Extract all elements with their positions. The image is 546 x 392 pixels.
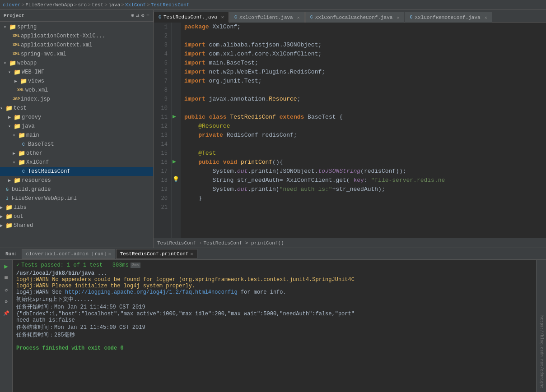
breadcrumb-clover[interactable]: clover <box>3 2 21 8</box>
label-shared: Shared <box>14 222 33 229</box>
tab-close-3[interactable]: ✕ <box>485 15 487 20</box>
run-pin-icon[interactable]: 📌 <box>2 309 11 318</box>
label-main: main <box>26 132 39 138</box>
run-output[interactable]: ✓ Tests passed: 1 of 1 test — 303ms 3ms … <box>13 260 536 392</box>
tree-item-indexjsp[interactable]: JSP index.jsp <box>0 95 153 104</box>
run-play-btn[interactable]: ▶ <box>2 262 11 271</box>
tab-java-icon-3: C <box>410 15 412 20</box>
tree-item-webinf[interactable]: ▾ 📁 WEB-INF <box>0 68 153 77</box>
code-line-13: private RedisConf redisConf; <box>184 131 542 140</box>
output-line-exit: Process finished with exit code 0 <box>16 345 532 351</box>
label-resources: resources <box>22 177 51 184</box>
tab-label-2: XxlConfLocalCacheConf.java <box>315 15 393 20</box>
label-buildgradle: build.gradle <box>12 186 51 193</box>
arrow-shared: ▶ <box>0 223 5 228</box>
folder-icon-out: 📁 <box>5 213 13 220</box>
breadcrumb-test[interactable]: test <box>92 2 103 8</box>
log4j-link[interactable]: http://logging.apache.org/log4j/1.2/faq.… <box>65 289 238 295</box>
tree-item-testredisconf[interactable]: C TestRedisConf <box>0 167 153 176</box>
breadcrumb-testredisconf[interactable]: TestRedisConf <box>151 2 190 8</box>
tree-item-webapp[interactable]: ▾ 📁 webapp <box>0 59 153 68</box>
java-icon-testredisconf: C <box>20 168 27 175</box>
code-line-20: } <box>184 194 542 203</box>
label-indexjsp: index.jsp <box>21 96 50 102</box>
tab-xxlconfremote[interactable]: C XxlConfRemoteConf.java ✕ <box>405 12 492 23</box>
output-line-spring: 初始化spring上下文中...... <box>16 295 532 303</box>
tree-item-other[interactable]: ▶ 📁 other <box>0 149 153 158</box>
run-rerun-btn[interactable]: ↺ <box>2 285 11 294</box>
sidebar-minimize-icon[interactable]: − <box>146 12 149 19</box>
tree-item-webxml[interactable]: XML web.xml <box>0 86 153 95</box>
output-line-blank <box>16 339 532 345</box>
code-content[interactable]: package XxlConf; import com.alibaba.fast… <box>181 23 546 238</box>
arrow-spring: ▾ <box>4 24 9 30</box>
breadcrumb-xxlconf[interactable]: XxlConf <box>125 2 146 8</box>
code-line-19: System.out.println("need auth is:"+str_n… <box>184 185 542 194</box>
tab-testredisconf[interactable]: C TestRedisConf.java ✕ <box>154 12 229 23</box>
tree-item-main[interactable]: ▾ 📁 main <box>0 131 153 140</box>
sidebar-sync-icon[interactable]: ⇄ <box>136 12 139 19</box>
tree-item-basetest[interactable]: C BaseTest <box>0 140 153 149</box>
code-line-18: String str_needAuth= XxlConfClient.get( … <box>184 176 542 185</box>
status-testredisconf: TestRedisConf <box>157 240 196 246</box>
label-views: views <box>28 78 44 84</box>
code-line-6: import net.w2p.WebExt.Plugins.RedisConf; <box>184 68 542 77</box>
folder-icon-other: 📁 <box>18 150 25 157</box>
run-tab-testredis[interactable]: TestRedisConf.printConf ✕ <box>116 249 197 259</box>
code-line-7: import org.junit.Test; <box>184 77 542 86</box>
run-status-line: ✓ Tests passed: 1 of 1 test — 303ms 3ms <box>16 262 532 268</box>
tree-item-fileserveriml[interactable]: I FileServerWebApp.iml <box>0 194 153 203</box>
tab-close-0[interactable]: ✕ <box>221 14 224 20</box>
gutter: ▶ ▶ 💡 <box>172 23 181 238</box>
run-tab-testredis-close[interactable]: ✕ <box>191 251 193 257</box>
tree-item-appctx[interactable]: XML applicationContext.xml <box>0 41 153 50</box>
tree-item-groovy[interactable]: ▶ 📁 groovy <box>0 113 153 122</box>
tree-item-test[interactable]: ▾ 📁 test <box>0 104 153 113</box>
run-content: ▶ ■ ↺ ⚙ 📌 ✓ Tests passed: 1 of 1 test — … <box>0 260 546 392</box>
checkmark-icon: ✓ <box>16 262 19 268</box>
folder-icon-xxlconf: 📁 <box>18 159 25 166</box>
timing-badge: 3ms <box>131 263 140 268</box>
tab-xxlconfclient[interactable]: C XxlConfClient.java ✕ <box>229 12 305 23</box>
gutter-warn-18: 💡 <box>173 176 179 183</box>
run-settings-icon[interactable]: ⚙ <box>2 297 11 306</box>
tree-item-out[interactable]: ▶ 📁 out <box>0 212 153 221</box>
gutter-run-16[interactable]: ▶ <box>173 158 176 165</box>
tree-item-buildgradle[interactable]: G build.gradle <box>0 185 153 194</box>
breadcrumb-src[interactable]: src <box>78 2 87 8</box>
tab-close-2[interactable]: ✕ <box>397 15 399 20</box>
run-right-sidebar: https://blog.csdn.net/cdnnight <box>536 260 546 392</box>
run-tab-clover[interactable]: clover:xxl-conf-admin [run] ✕ <box>22 249 115 259</box>
run-stop-btn[interactable]: ■ <box>2 273 11 282</box>
breadcrumb-java[interactable]: java <box>108 2 120 8</box>
tab-xxlconflocalcache[interactable]: C XxlConfLocalCacheConf.java ✕ <box>305 12 405 23</box>
tree-item-resources[interactable]: ▶ 📁 resources <box>0 176 153 185</box>
breadcrumb-fileserver[interactable]: FileServerWebApp <box>25 2 73 8</box>
tree-item-appctxXxl[interactable]: XML applicationContext-XxlC... <box>0 32 153 41</box>
tree-item-springmvc[interactable]: XML spring-mvc.xml <box>0 50 153 59</box>
label-fileserveriml: FileServerWebApp.iml <box>12 195 77 202</box>
run-tab-clover-close[interactable]: ✕ <box>108 251 111 257</box>
tree-item-libs[interactable]: ▶ 📁 libs <box>0 203 153 212</box>
arrow-groovy: ▶ <box>8 115 14 120</box>
output-line-needauth: need auth is:false <box>16 317 532 323</box>
tree-item-xxlconf[interactable]: ▾ 📁 XxlConf <box>0 158 153 167</box>
gutter-run-11[interactable]: ▶ <box>173 113 176 120</box>
label-java: java <box>22 123 35 129</box>
tree-item-shared[interactable]: ▶ 📁 Shared <box>0 221 153 230</box>
tree-item-java[interactable]: ▾ 📁 java <box>0 122 153 131</box>
tab-close-1[interactable]: ✕ <box>297 15 300 20</box>
sidebar-settings-icon[interactable]: ⚙ <box>141 12 145 19</box>
tree-item-views[interactable]: ▶ 📁 views <box>0 77 153 86</box>
xml-icon-appctxXxl: XML <box>13 32 20 40</box>
tab-label-3: XxlConfRemoteConf.java <box>415 15 480 20</box>
code-line-14 <box>184 140 542 149</box>
output-line-warn1: log4j:WARN No appenders could be found f… <box>16 277 532 283</box>
xml-icon-webxml: XML <box>17 87 24 94</box>
arrow-webapp: ▾ <box>4 60 9 66</box>
tree-item-spring[interactable]: ▾ 📁 spring <box>0 23 153 32</box>
folder-icon-main: 📁 <box>18 132 25 139</box>
code-line-3: import com.alibaba.fastjson.JSONObject; <box>184 41 542 50</box>
sidebar-add-icon[interactable]: ⊕ <box>131 12 134 19</box>
sep2: > <box>74 2 77 8</box>
